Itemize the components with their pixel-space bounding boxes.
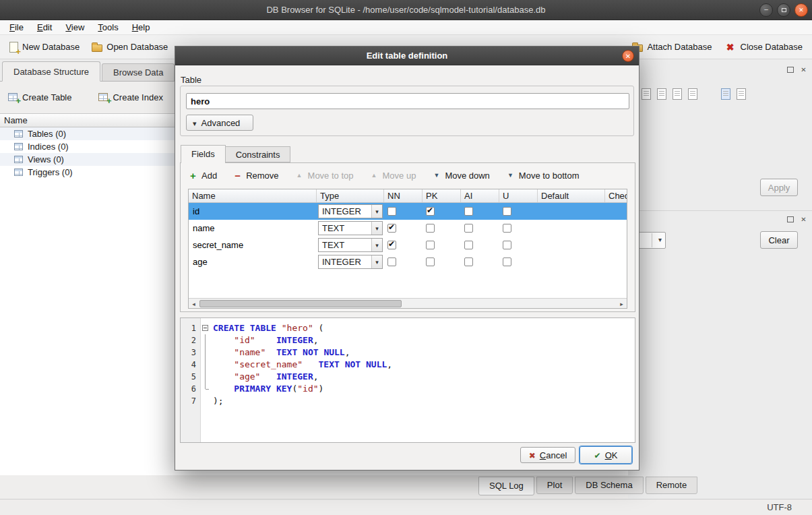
close-database-button[interactable]: Close Database [724, 41, 803, 53]
menu-item-file[interactable]: File [3, 21, 30, 34]
nn-checkbox[interactable] [387, 241, 396, 249]
create-table-button[interactable]: Create Table [8, 92, 71, 102]
ok-button[interactable]: OK [580, 446, 632, 464]
dock2-float-icon[interactable] [786, 215, 794, 224]
menu-item-tools[interactable]: Tools [91, 21, 125, 34]
field-row-age[interactable]: ageINTEGER [189, 253, 627, 270]
scroll-left-icon[interactable] [189, 299, 199, 308]
grid-body: idINTEGERnameTEXTsecret_nameTEXTageINTEG… [189, 203, 627, 270]
minimize-button[interactable] [759, 3, 773, 17]
menu-item-edit[interactable]: Edit [30, 21, 59, 34]
document-icon-blue[interactable] [721, 88, 730, 100]
nn-checkbox[interactable] [387, 207, 396, 216]
u-checkbox[interactable] [503, 241, 511, 249]
move-top-icon [295, 172, 304, 179]
sql-token: "hero" [282, 323, 313, 333]
dock1-close-icon[interactable] [799, 65, 808, 74]
dock1-float-icon[interactable] [786, 65, 794, 74]
dialog-tab-fields[interactable]: Fields [181, 145, 226, 163]
advanced-button[interactable]: Advanced [186, 115, 253, 131]
attach-database-button[interactable]: Attach Database [632, 42, 712, 52]
cancel-button[interactable]: Cancel [520, 447, 575, 463]
move-to-top-button[interactable]: Move to top [295, 171, 354, 181]
scroll-handle[interactable] [199, 300, 402, 307]
ai-checkbox[interactable] [464, 258, 473, 266]
u-checkbox[interactable] [503, 258, 511, 266]
nn-checkbox[interactable] [387, 258, 396, 266]
ai-checkbox[interactable] [464, 241, 473, 249]
move-up-button[interactable]: Move up [370, 171, 416, 181]
ai-cell [461, 203, 499, 220]
ai-checkbox[interactable] [464, 207, 473, 216]
u-checkbox[interactable] [503, 224, 511, 233]
h-scrollbar[interactable] [189, 298, 627, 308]
ai-cell [461, 253, 499, 270]
table-name-input[interactable] [186, 93, 629, 109]
sql-code: CREATE TABLE "hero" ( [211, 322, 323, 334]
bottom-tab-plot[interactable]: Plot [536, 477, 573, 494]
ai-checkbox[interactable] [464, 224, 473, 233]
clear-button[interactable]: Clear [760, 231, 798, 249]
nn-cell [384, 253, 423, 270]
field-row-id[interactable]: idINTEGER [189, 203, 627, 220]
type-combobox[interactable]: INTEGER [318, 255, 383, 269]
open-database-button[interactable]: Open Database [92, 42, 168, 52]
fold-collapse-icon[interactable] [202, 325, 208, 331]
move-to-bottom-button[interactable]: Move to bottom [506, 171, 580, 181]
bottom-tab-sql-log[interactable]: SQL Log [478, 477, 534, 495]
type-combobox[interactable]: TEXT [318, 221, 383, 235]
ai-cell [461, 237, 499, 253]
nn-checkbox[interactable] [387, 224, 396, 233]
edit-table-dialog: Edit table definition Table Advanced Fie… [175, 46, 639, 471]
document-icon-1[interactable] [642, 88, 651, 100]
bottom-tab-db-schema[interactable]: DB Schema [575, 477, 643, 494]
pk-checkbox[interactable] [426, 258, 435, 266]
close-window-button[interactable] [794, 3, 808, 17]
pk-checkbox[interactable] [426, 241, 435, 249]
sql-token: INTEGER [276, 371, 313, 382]
type-combobox[interactable]: INTEGER [318, 204, 383, 218]
field-row-name[interactable]: nameTEXT [189, 220, 627, 237]
document-icon-4[interactable] [688, 88, 697, 100]
column-header-u[interactable]: U [499, 189, 538, 202]
document-icon-5[interactable] [737, 88, 746, 100]
tab-database-structure[interactable]: Database Structure [2, 61, 100, 82]
type-combobox[interactable]: TEXT [318, 238, 383, 252]
line-number: 2 [181, 334, 200, 346]
create-index-button[interactable]: Create Index [98, 92, 162, 102]
type-value: TEXT [319, 240, 371, 250]
remove-button[interactable]: Remove [233, 170, 278, 181]
u-checkbox[interactable] [503, 207, 511, 216]
menu-item-help[interactable]: Help [125, 21, 157, 34]
maximize-button[interactable] [777, 3, 790, 17]
pk-cell [423, 203, 461, 220]
fold-margin [200, 346, 211, 359]
column-header-nn[interactable]: NN [384, 189, 423, 202]
menu-item-view[interactable]: View [59, 21, 91, 34]
move-down-button[interactable]: Move down [432, 171, 489, 181]
dock2-close-icon[interactable] [799, 215, 808, 224]
pk-checkbox[interactable] [426, 224, 435, 233]
pk-checkbox[interactable] [426, 207, 435, 216]
field-row-secret-name[interactable]: secret_nameTEXT [189, 237, 627, 253]
sql-token: ( [313, 323, 324, 333]
document-icon-2[interactable] [657, 88, 666, 100]
column-header-type[interactable]: Type [317, 189, 384, 202]
column-header-check[interactable]: Check [605, 189, 627, 202]
add-button[interactable]: Add [189, 170, 217, 181]
dialog-tab-constraints[interactable]: Constraints [226, 146, 291, 162]
sql-token [255, 335, 276, 345]
column-header-ai[interactable]: AI [461, 189, 499, 202]
sql-token: TEXT NOT NULL [319, 359, 387, 369]
tab-browse-data[interactable]: Browse Data [102, 63, 175, 81]
document-icon-3[interactable] [673, 88, 682, 100]
column-header-default[interactable]: Default [538, 189, 605, 202]
apply-button[interactable]: Apply [760, 179, 798, 196]
column-header-name[interactable]: Name [189, 189, 317, 202]
column-header-pk[interactable]: PK [423, 189, 461, 202]
new-database-button[interactable]: New Database [9, 42, 80, 53]
bottom-tab-remote[interactable]: Remote [646, 477, 698, 494]
dock-separator [632, 210, 812, 211]
dialog-close-button[interactable] [622, 50, 634, 62]
scroll-right-icon[interactable] [617, 299, 627, 308]
